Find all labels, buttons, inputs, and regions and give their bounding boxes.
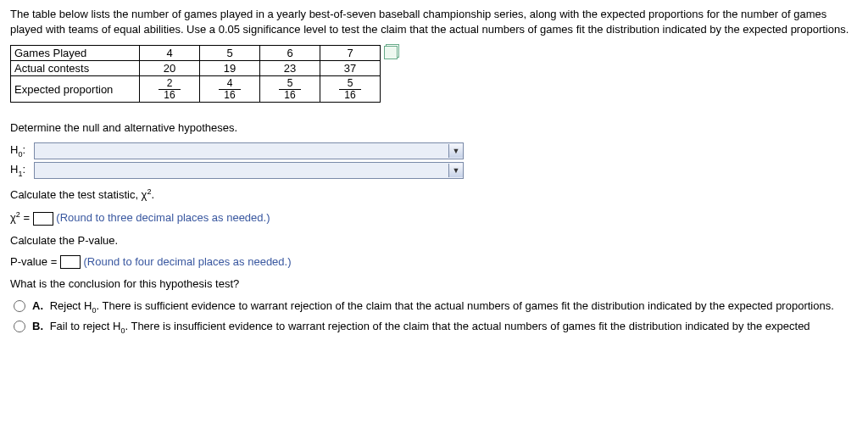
cell: 6 [260, 46, 320, 61]
problem-statement: The table below lists the number of game… [10, 7, 858, 36]
cell: 216 [140, 76, 200, 103]
table-row: Actual contests 20 19 23 37 [11, 61, 381, 76]
cell: 23 [260, 61, 320, 76]
copy-icon[interactable] [384, 46, 398, 59]
option-a-radio[interactable] [14, 300, 25, 312]
cell: 516 [260, 76, 320, 103]
pvalue-hint: (Round to four decimal places as needed.… [84, 255, 292, 268]
hypotheses-prompt: Determine the null and alternative hypot… [10, 121, 858, 134]
cell: 4 [140, 46, 200, 61]
h1-dropdown[interactable]: ▼ [34, 162, 464, 179]
cell: 5 [200, 46, 260, 61]
chevron-down-icon[interactable]: ▼ [448, 144, 463, 158]
row-label-actual: Actual contests [11, 61, 140, 76]
conclusion-prompt: What is the conclusion for this hypothes… [10, 277, 858, 290]
chi-square-input[interactable] [33, 212, 53, 226]
chi-hint: (Round to three decimal places as needed… [56, 211, 270, 224]
pvalue-label: P-value = [10, 255, 60, 268]
h1-label: H1: [10, 163, 34, 178]
cell: 19 [200, 61, 260, 76]
table-row: Expected proportion 216 416 516 516 [11, 76, 381, 103]
chi-prompt: Calculate the test statistic, χ2. [10, 187, 858, 201]
pvalue-input[interactable] [60, 255, 81, 269]
cell: 416 [200, 76, 260, 103]
option-a-text: A. Reject H0. There is sufficient eviden… [32, 298, 834, 315]
h0-dropdown[interactable]: ▼ [34, 142, 464, 159]
row-label-games: Games Played [11, 46, 140, 61]
cell: 20 [140, 61, 200, 76]
option-b-text: B. Fail to reject H0. There is insuffici… [32, 319, 810, 336]
cell: 37 [320, 61, 381, 76]
cell: 516 [320, 76, 381, 103]
chi-label: χ2 = [10, 211, 33, 224]
chevron-down-icon[interactable]: ▼ [448, 164, 463, 177]
table-row: Games Played 4 5 6 7 [11, 46, 381, 61]
row-label-expected: Expected proportion [11, 76, 140, 103]
pvalue-prompt: Calculate the P-value. [10, 234, 858, 247]
h0-label: H0: [10, 143, 34, 159]
data-table: Games Played 4 5 6 7 Actual contests 20 … [10, 45, 381, 103]
cell: 7 [320, 46, 381, 61]
option-b-radio[interactable] [14, 321, 25, 332]
